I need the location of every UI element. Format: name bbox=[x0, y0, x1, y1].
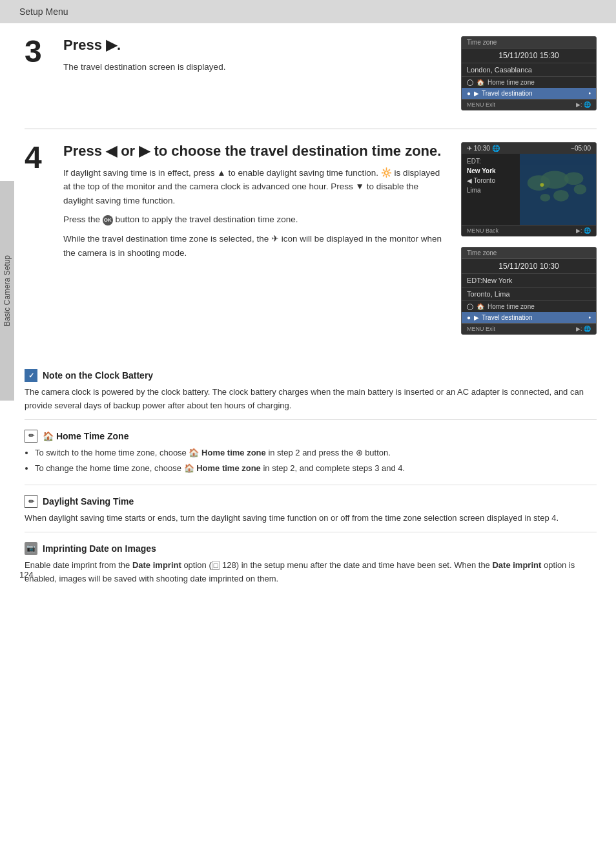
step4-section: 4 Press ◀ or ▶ to choose the travel dest… bbox=[25, 129, 597, 353]
dot-indicator: • bbox=[588, 90, 591, 97]
step4-desc2: Press the OK button to apply the travel … bbox=[63, 213, 448, 227]
step4-number: 4 bbox=[25, 142, 50, 340]
step3-title: Press ▶. bbox=[63, 36, 448, 55]
cam-ui-1: Time zone 15/11/2010 15:30 London, Casab… bbox=[461, 36, 597, 110]
note-clock-body: The camera clock is powered by the clock… bbox=[25, 386, 597, 413]
note-home-bullet1: To switch to the home time zone, choose … bbox=[35, 446, 597, 460]
selected-dot: ● bbox=[467, 90, 471, 97]
cam-ui-map-visual bbox=[520, 154, 596, 225]
note-home-body: To switch to the home time zone, choose … bbox=[25, 446, 597, 476]
radio-icon-2 bbox=[467, 304, 473, 310]
header-bar: Setup Menu bbox=[0, 0, 616, 23]
note-home-icon: ✏ bbox=[25, 430, 37, 443]
svg-point-5 bbox=[540, 194, 550, 202]
cam-ui-2-location2: Toronto, Lima bbox=[462, 288, 596, 301]
note-dst-body: When daylight saving time starts or ends… bbox=[25, 512, 597, 525]
cam-ui-map: ✈ 10:30 🌐 −05:00 EDT: New York ◀ Toronto… bbox=[461, 142, 597, 236]
svg-point-7 bbox=[540, 183, 544, 187]
step4-desc3: While the travel destination time zone i… bbox=[63, 232, 448, 260]
step3-image: Time zone 15/11/2010 15:30 London, Casab… bbox=[461, 36, 597, 116]
home-icon-2: 🏠 bbox=[477, 303, 484, 310]
step4-content: Press ◀ or ▶ to choose the travel destin… bbox=[63, 142, 448, 340]
svg-point-6 bbox=[553, 190, 569, 202]
step3-content: Press ▶. The travel destination screen i… bbox=[63, 36, 448, 116]
city-newyork: New York bbox=[464, 166, 517, 176]
note-imprint-icon: 📷 bbox=[25, 542, 37, 555]
city-edt: EDT: bbox=[464, 156, 517, 166]
date-imprint-bold-2: Date imprint bbox=[492, 560, 541, 570]
page-number: 124 bbox=[19, 570, 34, 580]
ok-btn-inline: OK bbox=[103, 215, 113, 225]
step4-desc: If daylight saving time is in effect, pr… bbox=[63, 166, 448, 260]
cam-ui-2-header: Time zone bbox=[462, 247, 596, 259]
home-time-zone-bold-1: 🏠 Home time zone bbox=[189, 448, 265, 457]
cam-ui-1-row1: 🏠 Home time zone bbox=[462, 77, 596, 88]
cam-ui-2-location1: EDT:New York bbox=[462, 274, 596, 288]
home-time-zone-bold-2: 🏠 Home time zone bbox=[184, 463, 261, 473]
cam-ui-2-row1: 🏠 Home time zone bbox=[462, 301, 596, 312]
step4-title: Press ◀ or ▶ to choose the travel destin… bbox=[63, 142, 448, 161]
step3-section: 3 Press ▶. The travel destination screen… bbox=[25, 23, 597, 129]
world-map-svg bbox=[520, 154, 596, 225]
radio-icon-1 bbox=[467, 79, 473, 86]
dot-indicator-2: • bbox=[588, 314, 591, 321]
cam-ui-map-list: EDT: New York ◀ Toronto Lima bbox=[462, 154, 520, 225]
cam-ui-map-footer: MENU Back ▶: 🌐 bbox=[462, 225, 596, 236]
note-home-bullet2: To change the home time zone, choose 🏠 H… bbox=[35, 462, 597, 476]
note-imprint-title: 📷 Imprinting Date on Images bbox=[25, 542, 597, 555]
cam-ui-map-body: EDT: New York ◀ Toronto Lima bbox=[462, 154, 596, 225]
svg-point-3 bbox=[564, 172, 584, 185]
selected-dot-2: ● bbox=[467, 314, 471, 321]
note-clock-title: ✓ Note on the Clock Battery bbox=[25, 369, 597, 382]
note-dst-icon: ✏ bbox=[25, 495, 37, 508]
note-imprint-body: Enable date imprint from the Date imprin… bbox=[25, 559, 597, 586]
cam-ui-1-date: 15/11/2010 15:30 bbox=[462, 48, 596, 63]
cam-ui-1-footer: MENU Exit ▶: 🌐 bbox=[462, 99, 596, 110]
note-home-section: ✏ 🏠 🏠 Home Time ZoneHome Time Zone To sw… bbox=[25, 420, 597, 486]
step3-arrow: ▶ bbox=[106, 37, 117, 53]
home-icon-1: 🏠 bbox=[477, 79, 484, 86]
step3-desc: The travel destination screen is display… bbox=[63, 60, 448, 74]
note-imprint-section: 📷 Imprinting Date on Images Enable date … bbox=[25, 532, 597, 592]
step4-desc1: If daylight saving time is in effect, pr… bbox=[63, 166, 448, 208]
note-clock-section: ✓ Note on the Clock Battery The camera c… bbox=[25, 359, 597, 420]
note-home-title: ✏ 🏠 🏠 Home Time ZoneHome Time Zone bbox=[25, 430, 597, 443]
cam-ui-1-location: London, Casablanca bbox=[462, 63, 596, 77]
svg-point-4 bbox=[574, 184, 587, 194]
step4-images: ✈ 10:30 🌐 −05:00 EDT: New York ◀ Toronto… bbox=[461, 142, 597, 340]
cam-ui-2-date: 15/11/2010 10:30 bbox=[462, 259, 596, 274]
header-title: Setup Menu bbox=[19, 6, 68, 17]
travel-arrow-icon: ▶ bbox=[474, 90, 479, 97]
note-dst-section: ✏ Daylight Saving Time When daylight sav… bbox=[25, 485, 597, 532]
date-imprint-bold-1: Date imprint bbox=[132, 560, 181, 570]
cam-ui-2-row2: ● ▶ Travel destination • bbox=[462, 312, 596, 323]
cam-ui-1-row2: ● ▶ Travel destination • bbox=[462, 88, 596, 99]
city-toronto: ◀ Toronto bbox=[464, 176, 517, 185]
step3-number: 3 bbox=[25, 36, 50, 116]
cam-ui-2-footer: MENU Exit ▶: 🌐 bbox=[462, 323, 596, 334]
travel-arrow-icon-2: ▶ bbox=[474, 314, 479, 321]
cam-ui-map-header: ✈ 10:30 🌐 −05:00 bbox=[462, 143, 596, 154]
note-dst-title: ✏ Daylight Saving Time bbox=[25, 495, 597, 508]
city-lima: Lima bbox=[464, 185, 517, 195]
cam-ui-2: Time zone 15/11/2010 10:30 EDT:New York … bbox=[461, 247, 597, 335]
cam-ui-1-header: Time zone bbox=[462, 37, 596, 48]
note-clock-icon: ✓ bbox=[25, 369, 37, 382]
